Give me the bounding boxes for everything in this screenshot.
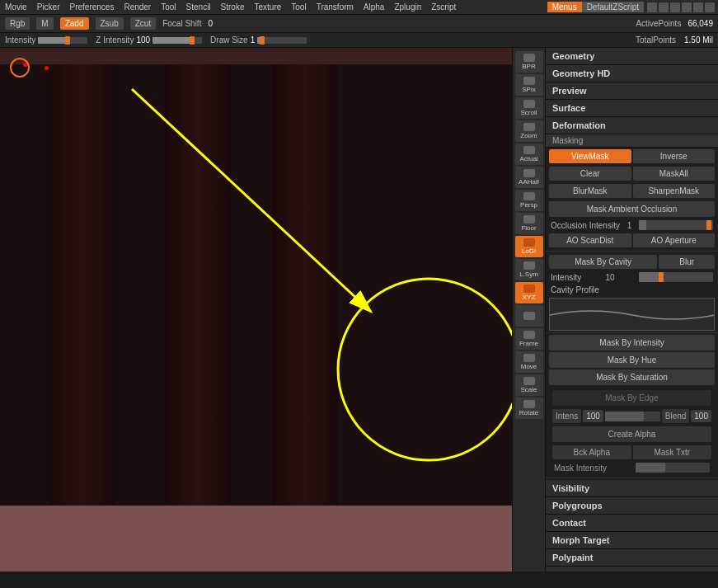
mask-by-edge-section: Mask By Edge Intens 100 Blend 100 Create… [546,387,718,476]
pillar-right [272,64,338,506]
ao-scan-aperture-row: AO ScanDist AO Aperture [546,232,718,249]
visibility-section[interactable]: Visibility [546,480,718,497]
pillar-center [165,64,231,506]
intens-button[interactable]: Intens [552,409,581,423]
right-tools-panel: BPR SPix Scroll Zoom Actual AAHalf Persp [512,48,545,572]
icon-btn-4[interactable] [682,2,692,12]
morph-target-section[interactable]: Morph Target [546,532,718,549]
sharpen-mask-button[interactable]: SharpenMask [633,184,716,198]
blur-button[interactable]: Blur [659,255,715,269]
ao-scandist-button[interactable]: AO ScanDist [549,233,631,247]
scroll-button[interactable]: Scroll [515,97,543,119]
bpr-button[interactable]: BPR [515,51,543,73]
icon-btn-6[interactable] [705,2,715,12]
orientation-circle [10,58,30,78]
icon-btn-3[interactable] [670,2,680,12]
persp-button[interactable]: Persp [515,190,543,211]
intensity-track[interactable] [38,37,87,44]
ao-aperture-button[interactable]: AO Aperture [633,233,716,247]
rgb-button[interactable]: Rgb [5,17,30,30]
preview-section[interactable]: Preview [546,82,718,100]
m-button[interactable]: M [36,17,53,30]
menu-preferences[interactable]: Preferences [64,2,119,12]
focal-shift-value: 0 [208,19,213,28]
pillar-left [49,64,115,506]
floor-button[interactable]: Floor [515,213,543,234]
intensity-param-label: Intensity [551,273,581,282]
masking-header: Masking [546,134,718,148]
contact-section[interactable]: Contact [546,515,718,532]
menu-tool[interactable]: Tool [156,2,181,12]
uv-map-section[interactable]: UV Map [546,567,718,572]
cavity-profile-graph[interactable] [549,298,715,331]
view-mask-button[interactable]: ViewMask [549,149,631,163]
zoom-button[interactable]: Zoom [515,120,543,142]
draw-size-track[interactable] [257,37,307,44]
total-points-value: 1.50 Mil [684,35,713,45]
mask-intensity-label: Mask Intensity [554,463,607,473]
intensity-slider[interactable] [639,272,713,282]
inverse-button[interactable]: Inverse [633,149,716,163]
surface-section[interactable]: Surface [546,100,718,117]
intens-slider[interactable] [605,412,660,421]
mask-by-saturation-button[interactable]: Mask By Saturation [549,369,715,385]
geometry-section[interactable]: Geometry [546,48,718,65]
mask-by-intensity-button[interactable]: Mask By Intensity [549,335,715,350]
z-intensity-slider-group: Z Intensity 100 [96,35,202,45]
menu-render[interactable]: Render [119,2,156,12]
polygroups-section[interactable]: Polygroups [546,497,718,515]
mask-ambient-occlusion-button[interactable]: Mask Ambient Occlusion [549,201,715,217]
mask-by-edge-button[interactable]: Mask By Edge [552,390,711,406]
spix-button[interactable]: SPix [515,74,543,96]
zsub-button[interactable]: Zsub [96,17,124,30]
bck-alpha-button[interactable]: Bck Alpha [552,445,631,459]
blur-mask-button[interactable]: BlurMask [549,184,631,198]
occlusion-intensity-slider[interactable] [639,220,713,230]
menu-stencil[interactable]: Stencil [181,2,216,12]
draw-size-slider-group: Draw Size 1 [210,35,307,45]
menu-zscript[interactable]: Zscript [426,2,461,12]
z-intensity-value: 100 [136,35,150,45]
clear-button[interactable]: Clear [549,167,631,181]
menu-movie[interactable]: Movie [0,2,32,12]
log-button[interactable]: LoG! [515,236,543,257]
menu-transform[interactable]: Transform [312,2,359,12]
menu-stroke[interactable]: Stroke [216,2,250,12]
rotate-button[interactable]: Rotate [515,397,543,419]
z-intensity-track[interactable] [153,37,202,44]
menu-picker[interactable]: Picker [32,2,65,12]
move-button[interactable]: Move [515,351,543,373]
lsym-button[interactable]: L.Sym [515,259,543,280]
actual-button[interactable]: Actual [515,143,543,165]
mask-by-hue-button[interactable]: Mask By Hue [549,352,715,368]
menu-alpha[interactable]: Alpha [359,2,390,12]
menu-zplugin[interactable]: Zplugin [389,2,426,12]
deformation-section[interactable]: Deformation [546,117,718,134]
mask-by-cavity-button[interactable]: Mask By Cavity [549,255,657,269]
geometry-hd-section[interactable]: Geometry HD [546,65,718,82]
icon-btn-5[interactable] [693,2,703,12]
menus-button[interactable]: Menus [547,2,582,12]
zcut-button[interactable]: Zcut [130,17,156,30]
mask-intensity-slider[interactable] [636,463,710,473]
default-zscript-button[interactable]: DefaultZScript [582,2,644,12]
unknown-btn[interactable] [515,305,543,327]
blur-sharpen-row: BlurMask SharpenMask [546,182,718,200]
polypaint-section[interactable]: Polypaint [546,549,718,567]
icon-btn-1[interactable] [647,2,657,12]
icon-btn-2[interactable] [659,2,669,12]
xyz-button[interactable]: XYZ [515,282,543,303]
viewport[interactable] [0,48,512,572]
frame-button[interactable]: Frame [515,328,543,350]
zadd-button[interactable]: Zadd [60,17,89,30]
create-alpha-button[interactable]: Create Alpha [552,426,711,442]
menu-texture[interactable]: Texture [250,2,287,12]
mask-all-button[interactable]: MaskAll [633,167,716,181]
menu-tool2[interactable]: Tool [286,2,311,12]
aahalf-button[interactable]: AAHalf [515,167,543,188]
scale-button[interactable]: Scale [515,374,543,396]
mask-txtr-button[interactable]: Mask Txtr [633,445,712,459]
blend-button[interactable]: Blend [662,409,690,423]
occlusion-intensity-row: Occlusion Intensity 1 [546,219,718,232]
red-dot-2 [45,66,49,70]
